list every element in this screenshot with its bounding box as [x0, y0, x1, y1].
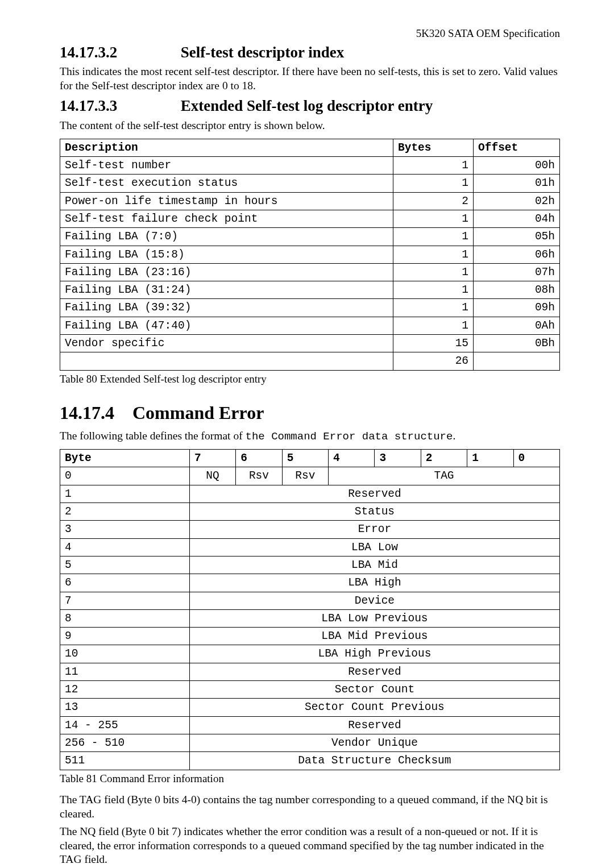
table-row: Self-test number100h — [60, 156, 560, 174]
section3-para2: The NQ field (Byte 0 bit 7) indicates wh… — [60, 825, 560, 867]
th-bit2: 2 — [421, 450, 467, 467]
cell-byte: 12 — [60, 681, 190, 699]
cell-offset: 01h — [474, 175, 560, 192]
table-row: 6LBA High — [60, 574, 560, 592]
section-number: 14.17.4 — [60, 402, 128, 423]
cell-byte: 7 — [60, 592, 190, 609]
table-row: Failing LBA (7:0)105h — [60, 228, 560, 246]
cell-content: Status — [189, 502, 559, 520]
cell-bytes: 15 — [393, 335, 474, 352]
cell-bytes: 26 — [393, 352, 474, 370]
cell-byte: 9 — [60, 628, 190, 645]
cell-nq: NQ — [189, 467, 235, 485]
table-row: 256 - 510Vendor Unique — [60, 734, 560, 752]
table-row: Failing LBA (31:24)108h — [60, 281, 560, 299]
cell-bytes: 2 — [393, 192, 474, 210]
cell-content: Reserved — [189, 663, 559, 680]
cell-offset — [474, 352, 560, 370]
section-number: 14.17.3.2 — [60, 43, 177, 61]
cell-byte: 14 - 255 — [60, 716, 190, 734]
table-row: 0 NQ Rsv Rsv TAG — [60, 467, 560, 485]
th-byte: Byte — [60, 450, 190, 467]
table-row: Failing LBA (23:16)107h — [60, 263, 560, 281]
intro-mono: the Command Error data structure — [246, 430, 453, 443]
section-number: 14.17.3.3 — [60, 97, 177, 115]
cell-byte: 511 — [60, 752, 190, 770]
cell-bytes: 1 — [393, 210, 474, 227]
cell-content: LBA Mid — [189, 556, 559, 574]
cell-description: Power-on life timestamp in hours — [60, 192, 393, 210]
table-row: Failing LBA (47:40)10Ah — [60, 317, 560, 334]
cell-description: Failing LBA (31:24) — [60, 281, 393, 299]
section-title: Command Error — [132, 402, 264, 423]
th-bytes: Bytes — [393, 139, 474, 156]
cell-offset: 09h — [474, 299, 560, 317]
th-bit7: 7 — [189, 450, 235, 467]
cell-content: Reserved — [189, 716, 559, 734]
section-title: Self-test descriptor index — [181, 44, 344, 61]
table-row: Vendor specific150Bh — [60, 335, 560, 352]
cell-description: Self-test number — [60, 156, 393, 174]
section-heading-3: 14.17.4 Command Error — [60, 402, 560, 423]
cell-offset: 0Ah — [474, 317, 560, 334]
cell-byte: 10 — [60, 645, 190, 663]
table-row: Failing LBA (15:8)106h — [60, 246, 560, 263]
table-descriptor-entry: Description Bytes Offset Self-test numbe… — [60, 139, 560, 371]
cell-byte: 3 — [60, 521, 190, 538]
table-row: Power-on life timestamp in hours202h — [60, 192, 560, 210]
table-row: 2Status — [60, 502, 560, 520]
cell-byte: 1 — [60, 485, 190, 502]
table-row: 12Sector Count — [60, 681, 560, 699]
th-offset: Offset — [474, 139, 560, 156]
cell-byte: 2 — [60, 502, 190, 520]
table-row: 10LBA High Previous — [60, 645, 560, 663]
cell-bytes: 1 — [393, 299, 474, 317]
section3-para1: The TAG field (Byte 0 bits 4-0) contains… — [60, 793, 560, 821]
th-bit0: 0 — [513, 450, 560, 467]
cell-content: Sector Count Previous — [189, 699, 559, 716]
cell-byte: 0 — [60, 467, 190, 485]
table-row: 13Sector Count Previous — [60, 699, 560, 716]
th-bit5: 5 — [282, 450, 328, 467]
cell-bytes: 1 — [393, 246, 474, 263]
cell-byte: 11 — [60, 663, 190, 680]
table80-caption: Table 80 Extended Self-test log descript… — [60, 373, 560, 385]
cell-offset: 00h — [474, 156, 560, 174]
section-heading-1: 14.17.3.2 Self-test descriptor index — [60, 43, 560, 61]
cell-content: Device — [189, 592, 559, 609]
table-row: 8LBA Low Previous — [60, 609, 560, 627]
table-row: 1Reserved — [60, 485, 560, 502]
cell-content: LBA High — [189, 574, 559, 592]
cell-bytes: 1 — [393, 263, 474, 281]
page-header: 5K320 SATA OEM Specification — [60, 27, 560, 40]
table-row: 14 - 255Reserved — [60, 716, 560, 734]
cell-content: Reserved — [189, 485, 559, 502]
table-row: Self-test execution status101h — [60, 175, 560, 192]
cell-tag: TAG — [329, 467, 560, 485]
table-row: 11Reserved — [60, 663, 560, 680]
cell-bytes: 1 — [393, 228, 474, 246]
cell-content: Sector Count — [189, 681, 559, 699]
section-title: Extended Self-test log descriptor entry — [181, 97, 433, 114]
th-bit4: 4 — [329, 450, 375, 467]
cell-rsv: Rsv — [236, 467, 282, 485]
th-bit1: 1 — [467, 450, 513, 467]
cell-bytes: 1 — [393, 317, 474, 334]
table-row: 511Data Structure Checksum — [60, 752, 560, 770]
cell-byte: 4 — [60, 538, 190, 556]
cell-description: Failing LBA (39:32) — [60, 299, 393, 317]
cell-bytes: 1 — [393, 281, 474, 299]
table-header-row: Byte 7 6 5 4 3 2 1 0 — [60, 450, 560, 467]
cell-description: Self-test execution status — [60, 175, 393, 192]
cell-content: LBA Low — [189, 538, 559, 556]
cell-description: Vendor specific — [60, 335, 393, 352]
th-bit6: 6 — [236, 450, 282, 467]
cell-content: Data Structure Checksum — [189, 752, 559, 770]
table-row: 4LBA Low — [60, 538, 560, 556]
cell-description: Failing LBA (47:40) — [60, 317, 393, 334]
cell-description: Self-test failure check point — [60, 210, 393, 227]
cell-offset: 0Bh — [474, 335, 560, 352]
cell-offset: 04h — [474, 210, 560, 227]
section2-paragraph: The content of the self-test descriptor … — [60, 119, 560, 133]
cell-description: Failing LBA (7:0) — [60, 228, 393, 246]
